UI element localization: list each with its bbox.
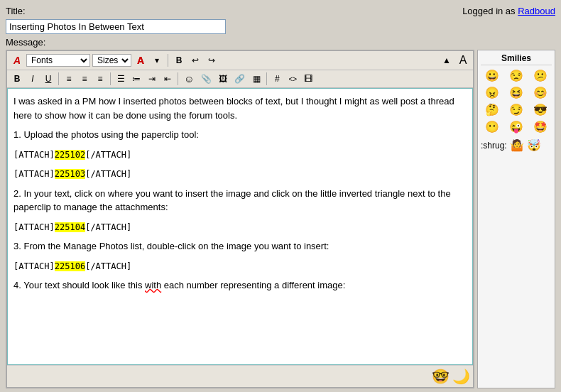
intro-paragraph: I was asked in a PM how I inserted photo… [13,94,467,122]
shrug-emoji[interactable]: 🤷 [510,138,524,153]
message-content-area[interactable]: I was asked in a PM how I inserted photo… [7,88,473,365]
smiley-7[interactable]: 🤔 [481,102,503,118]
redo-btn[interactable]: ↪ [205,54,219,67]
film-btn[interactable]: 🎞 [301,72,315,85]
outdent-btn[interactable]: ⇤ [160,72,175,85]
font-select[interactable]: Fonts Arial Times New Roman Courier New [26,54,90,67]
step3-text: 3. From the Manage Photos list, double-c… [13,239,467,254]
scroll-up-btn[interactable]: ▲ [440,54,454,67]
indent-btn[interactable]: ⇥ [145,72,159,85]
bold-icon-btn[interactable]: B [172,54,186,67]
underline-btn[interactable]: U [41,72,55,85]
smilies-title: Smilies [481,53,552,65]
undo-btn[interactable]: ↩ [188,54,202,67]
attach1-block: [ATTACH]225102[/ATTACH] [13,148,467,162]
attach-btn[interactable]: 🖼 [216,72,230,85]
bold-btn[interactable]: B [10,72,24,85]
align-center-btn[interactable]: ≡ [77,72,92,85]
sep4 [178,72,178,85]
sep2 [58,72,59,85]
attach4-block: [ATTACH]225106[/ATTACH] [13,259,467,273]
italic-btn[interactable]: I [26,72,40,85]
smilies-panel: Smilies 😀 😒 😕 😠 😆 😊 🤔 😏 😎 😶 😜 🤩 :shrug: … [477,50,555,388]
size-select[interactable]: Sizes 8101214 [92,54,131,67]
smiley-3[interactable]: 😕 [529,68,552,84]
editor-bottom-bar: 🤓 🌙 [7,365,473,387]
step2-text: 2. In your text, click on where you want… [13,187,467,214]
code-btn[interactable]: <> [285,74,300,85]
shrug-label: :shrug: [481,141,507,151]
smiley-6[interactable]: 😊 [529,85,552,101]
sep3 [110,72,111,85]
smiley-btn[interactable]: ☺ [181,72,197,86]
step1-text: 1. Upload the photos using the paperclip… [13,128,467,142]
smiley-9[interactable]: 😎 [529,102,552,118]
username-link[interactable]: Radboud [518,6,555,16]
mask-emoji[interactable]: 🤯 [527,138,541,153]
step4-text: 4. Your text should look like this with … [13,278,467,293]
font-color-btn[interactable]: A [134,53,148,67]
media-btn[interactable]: 📎 [198,72,214,85]
title-label: Title: [6,6,26,16]
smiley-5[interactable]: 😆 [505,85,528,101]
font-style-icon-btn[interactable]: A [10,53,24,67]
attach2-block: [ATTACH]225103[/ATTACH] [13,167,467,181]
table-btn[interactable]: ▦ [249,72,263,85]
hash-btn[interactable]: # [270,72,284,85]
smiley-12[interactable]: 🤩 [529,119,552,135]
smiley-4[interactable]: 😠 [481,85,503,101]
shrug-row: :shrug: 🤷 🤯 [481,138,552,153]
title-input[interactable] [6,19,226,34]
bottom-emoji2[interactable]: 🌙 [452,369,470,384]
smilies-grid: 😀 😒 😕 😠 😆 😊 🤔 😏 😎 😶 😜 🤩 [481,68,552,135]
align-right-btn[interactable]: ≡ [93,72,107,85]
font-size-increase-btn[interactable]: A [456,53,470,68]
sep5 [266,72,267,85]
bottom-emoji1[interactable]: 🤓 [432,369,450,384]
attach3-block: [ATTACH]225104[/ATTACH] [13,220,467,234]
smiley-11[interactable]: 😜 [505,119,528,135]
link-btn[interactable]: 🔗 [232,72,248,85]
smiley-10[interactable]: 😶 [481,119,503,135]
smiley-1[interactable]: 😀 [481,68,503,84]
smiley-2[interactable]: 😒 [505,68,528,84]
font-color-arrow-btn[interactable]: ▾ [150,54,164,67]
list-unordered-btn[interactable]: ☰ [114,72,128,85]
logged-in-text: Logged in as [462,6,515,16]
smiley-8[interactable]: 😏 [505,102,528,118]
sep1 [168,54,168,67]
message-label: Message: [6,37,555,48]
align-left-btn[interactable]: ≡ [62,72,76,85]
list-ordered-btn[interactable]: ≔ [129,72,143,85]
